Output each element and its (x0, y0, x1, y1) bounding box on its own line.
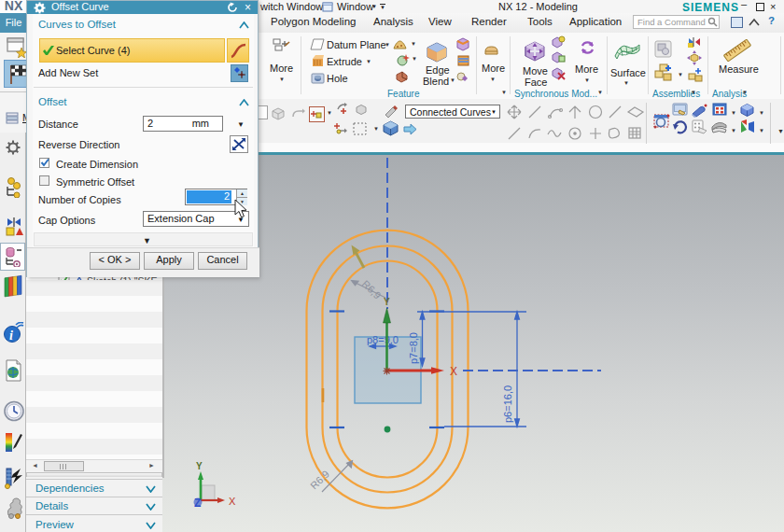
svg-text:i: i (9, 329, 13, 343)
